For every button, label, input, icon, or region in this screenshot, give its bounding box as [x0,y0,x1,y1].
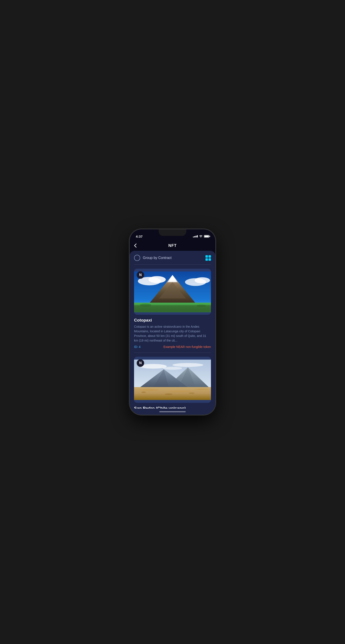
svg-point-26 [189,392,194,394]
svg-point-27 [165,394,173,395]
nft-badge-1: N [137,271,144,279]
svg-point-4 [195,277,210,283]
svg-point-16 [163,367,182,370]
page-title: NFT [168,243,177,248]
grid-cell-3 [205,258,208,261]
nft-footer-1: ID: 4 Example NEAR non-fungible token [134,345,211,348]
svg-point-24 [195,388,208,390]
svg-point-25 [141,392,146,393]
status-time: 4:37 [136,234,143,238]
main-content: Group by Contract N [130,251,215,408]
phone-frame: 4:37 [130,229,215,415]
cotopaxi-image [134,269,211,315]
grid-view-button[interactable] [205,255,211,261]
nft-badge-letter-2: N [139,361,142,365]
back-button[interactable] [134,243,137,248]
nft-id-1: ID: 4 [134,345,141,348]
nft-badge-2: N [137,359,144,367]
group-by-row: Group by Contract [130,251,215,264]
nft-image-sanpedro: N [134,357,211,403]
nft-badge-letter-1: N [139,273,142,277]
grid-cell-4 [209,258,211,261]
svg-rect-12 [134,305,211,312]
signal-icon [193,235,198,238]
grid-cell-2 [209,255,211,258]
home-bar [159,411,186,412]
svg-point-2 [149,276,166,283]
battery-icon [204,235,209,238]
nft-title-1: Cotopaxi [134,318,211,323]
nav-header: NFT [130,240,215,251]
status-bar: 4:37 [130,229,215,240]
status-icons [193,235,209,238]
svg-point-23 [169,390,192,392]
nft-description-1: Cotopaxi is an active stratovolcano in t… [134,324,211,343]
group-by-left: Group by Contract [134,255,172,261]
nft-image-cotopaxi: N [134,269,211,315]
phone-screen: 4:37 [130,229,215,415]
nft-card-2[interactable]: N [130,353,215,408]
sanpedro-image [134,357,211,403]
grid-cell-1 [205,255,208,258]
wifi-icon [199,235,203,238]
group-by-label: Group by Contract [143,256,172,260]
nft-contract-1: Example NEAR non-fungible token [163,345,211,348]
battery-fill [204,236,209,237]
home-indicator [130,408,215,415]
svg-point-14 [140,364,167,368]
nft-card-1[interactable]: N [130,265,215,352]
svg-point-22 [140,389,159,391]
nft-title-2: San Pedro (Chile volcano) [134,406,211,408]
group-by-toggle[interactable] [134,255,140,261]
svg-point-15 [173,363,203,367]
